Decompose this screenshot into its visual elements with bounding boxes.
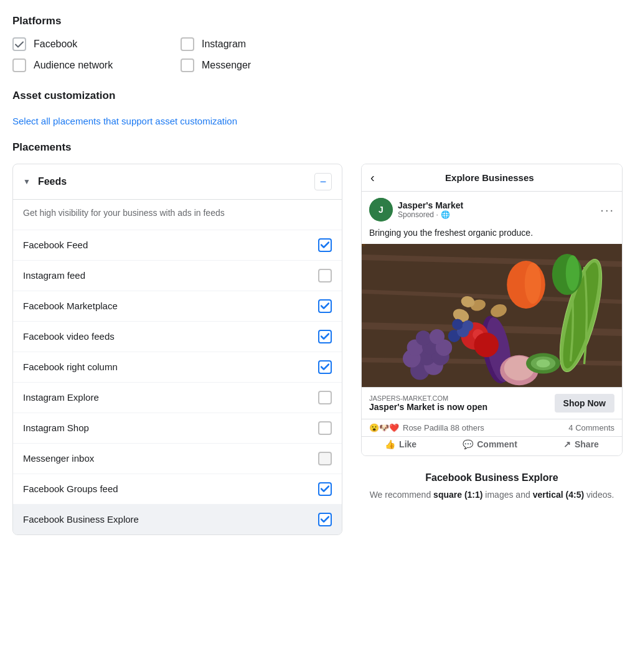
share-icon: ↗ bbox=[563, 439, 571, 449]
facebook-label: Facebook bbox=[34, 39, 77, 50]
checkbox-instagram-shop[interactable] bbox=[318, 421, 332, 435]
instagram-checkbox[interactable] bbox=[181, 37, 194, 51]
preview-caption: Facebook Business Explore We recommend s… bbox=[361, 466, 623, 508]
ad-card: J Jasper's Market Sponsored · 🌐 ··· bbox=[362, 192, 622, 455]
platform-item-instagram: Instagram bbox=[181, 37, 324, 51]
comment-button[interactable]: 💬 Comment bbox=[463, 439, 517, 449]
svg-point-29 bbox=[474, 333, 499, 358]
placement-row-facebook-business-explore: Facebook Business Explore bbox=[13, 504, 342, 534]
comment-icon: 💬 bbox=[463, 439, 473, 449]
ad-more-icon[interactable]: ··· bbox=[600, 203, 614, 217]
checkbox-instagram-explore[interactable] bbox=[318, 391, 332, 404]
avatar: J bbox=[369, 198, 393, 222]
ad-sponsored: Sponsored · 🌐 bbox=[398, 210, 595, 219]
checkbox-facebook-right-column[interactable] bbox=[318, 360, 332, 374]
placement-name-facebook-feed: Facebook Feed bbox=[23, 240, 88, 250]
feeds-minus-button[interactable]: − bbox=[314, 173, 332, 190]
ad-name-area: Jasper's Market Sponsored · 🌐 bbox=[398, 200, 595, 219]
ad-actions: 👍 Like 💬 Comment ↗ Share bbox=[362, 436, 622, 455]
platforms-grid: Facebook Instagram Audience network Mess… bbox=[12, 37, 324, 72]
placement-row-messenger-inbox: Messenger inbox bbox=[13, 443, 342, 474]
placement-row-instagram-shop: Instagram Shop bbox=[13, 413, 342, 443]
placement-name-instagram-feed: Instagram feed bbox=[23, 270, 85, 281]
checkbox-facebook-groups-feed[interactable] bbox=[318, 482, 332, 496]
placement-name-facebook-right-column: Facebook right column bbox=[23, 362, 118, 372]
caption-desc-square: square (1:1) bbox=[433, 490, 482, 500]
svg-point-26 bbox=[566, 255, 580, 291]
feeds-collapse-arrow[interactable]: ▼ bbox=[23, 177, 31, 186]
feeds-header: ▼ Feeds − bbox=[13, 164, 342, 200]
placement-row-facebook-groups-feed: Facebook Groups feed bbox=[13, 474, 342, 504]
checkbox-facebook-marketplace[interactable] bbox=[318, 299, 332, 313]
caption-desc-vertical: vertical (4:5) bbox=[533, 490, 584, 500]
caption-desc-start: We recommend bbox=[370, 490, 433, 500]
placement-name-facebook-marketplace: Facebook Marketplace bbox=[23, 301, 118, 311]
svg-text:J: J bbox=[379, 205, 383, 215]
ad-caption: Bringing you the freshest organic produc… bbox=[362, 228, 622, 244]
asset-customization-title: Asset customization bbox=[12, 90, 623, 102]
ad-cta: JASPERS-MARKET.COM Jasper's Market is no… bbox=[362, 387, 622, 419]
ad-header: J Jasper's Market Sponsored · 🌐 ··· bbox=[362, 192, 622, 228]
svg-point-42 bbox=[537, 359, 550, 367]
placement-row-facebook-marketplace: Facebook Marketplace bbox=[13, 291, 342, 321]
asset-customization-section: Asset customization Select all placement… bbox=[12, 90, 623, 126]
placement-name-facebook-business-explore: Facebook Business Explore bbox=[23, 514, 139, 525]
platform-item-messenger: Messenger bbox=[181, 58, 324, 72]
share-button[interactable]: ↗ Share bbox=[563, 439, 599, 449]
preview-caption-desc: We recommend square (1:1) images and ver… bbox=[367, 488, 616, 502]
checkbox-instagram-feed[interactable] bbox=[318, 269, 332, 282]
shop-now-button[interactable]: Shop Now bbox=[555, 394, 614, 413]
reaction-emojis: 😮🐶❤️ bbox=[369, 423, 399, 432]
placement-name-instagram-explore: Instagram Explore bbox=[23, 392, 99, 403]
preview-topbar-title: Explore Businesses bbox=[381, 172, 598, 183]
audience-network-label: Audience network bbox=[34, 60, 113, 71]
svg-point-23 bbox=[525, 263, 541, 304]
platform-item-facebook: Facebook bbox=[12, 37, 156, 51]
placements-right: ‹ Explore Businesses J bbox=[361, 164, 623, 508]
caption-desc-mid: images and bbox=[482, 490, 532, 500]
facebook-checkbox[interactable] bbox=[12, 37, 26, 51]
placement-name-facebook-video-feeds: Facebook video feeds bbox=[23, 331, 115, 342]
comment-label: Comment bbox=[477, 439, 517, 449]
checkbox-facebook-business-explore[interactable] bbox=[318, 513, 332, 526]
placements-section: Placements ▼ Feeds − Get high visibility… bbox=[12, 141, 623, 535]
placement-name-facebook-groups-feed: Facebook Groups feed bbox=[23, 483, 118, 494]
svg-point-16 bbox=[430, 329, 444, 344]
placement-name-instagram-shop: Instagram Shop bbox=[23, 422, 89, 433]
svg-point-39 bbox=[463, 320, 474, 332]
svg-rect-24 bbox=[362, 244, 365, 246]
back-icon[interactable]: ‹ bbox=[370, 170, 375, 185]
messenger-checkbox[interactable] bbox=[181, 58, 194, 72]
caption-desc-end: videos. bbox=[584, 490, 614, 500]
preview-phone: ‹ Explore Businesses J bbox=[361, 164, 623, 456]
feeds-box: ▼ Feeds − Get high visibility for your b… bbox=[12, 164, 342, 535]
placement-row-facebook-feed: Facebook Feed bbox=[13, 230, 342, 260]
share-label: Share bbox=[575, 439, 599, 449]
platforms-title: Platforms bbox=[12, 15, 623, 27]
placement-row-instagram-explore: Instagram Explore bbox=[13, 382, 342, 413]
platform-item-audience-network: Audience network bbox=[12, 58, 156, 72]
placements-title: Placements bbox=[12, 141, 623, 154]
like-button[interactable]: 👍 Like bbox=[385, 439, 416, 449]
placement-row-instagram-feed: Instagram feed bbox=[13, 260, 342, 291]
reactions-count: Rose Padilla 88 others bbox=[403, 423, 484, 432]
placement-name-messenger-inbox: Messenger inbox bbox=[23, 453, 94, 464]
ad-name: Jasper's Market bbox=[398, 200, 595, 210]
messenger-label: Messenger bbox=[202, 60, 251, 71]
ad-reactions: 😮🐶❤️ Rose Padilla 88 others 4 Comments bbox=[362, 419, 622, 436]
feeds-title: Feeds bbox=[38, 176, 307, 187]
ad-cta-domain: JASPERS-MARKET.COM bbox=[369, 394, 487, 402]
asset-customization-link[interactable]: Select all placements that support asset… bbox=[12, 116, 237, 126]
like-icon: 👍 bbox=[385, 439, 395, 449]
instagram-label: Instagram bbox=[202, 39, 246, 50]
reactions-left: 😮🐶❤️ Rose Padilla 88 others bbox=[369, 423, 484, 432]
checkbox-facebook-feed[interactable] bbox=[318, 238, 332, 252]
ad-cta-headline: Jasper's Market is now open bbox=[369, 402, 487, 412]
preview-topbar: ‹ Explore Businesses bbox=[362, 164, 622, 192]
globe-icon: 🌐 bbox=[441, 210, 450, 219]
audience-network-checkbox[interactable] bbox=[12, 58, 26, 72]
ad-cta-text-area: JASPERS-MARKET.COM Jasper's Market is no… bbox=[369, 394, 487, 412]
checkbox-facebook-video-feeds[interactable] bbox=[318, 330, 332, 343]
placement-row-facebook-right-column: Facebook right column bbox=[13, 352, 342, 382]
like-label: Like bbox=[399, 439, 416, 449]
